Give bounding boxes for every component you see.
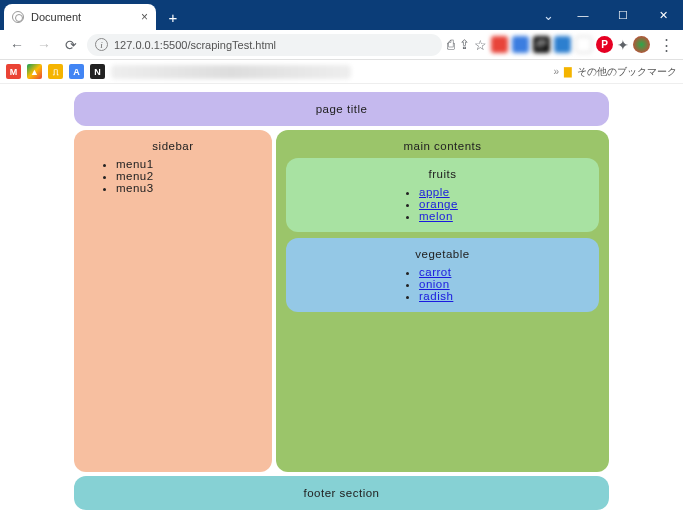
bookmark-icon[interactable]: ▲ xyxy=(27,64,42,79)
bookmark-icon[interactable]: M xyxy=(6,64,21,79)
profile-avatar[interactable] xyxy=(633,36,650,53)
new-tab-button[interactable]: + xyxy=(162,6,184,28)
page-title: page title xyxy=(74,92,609,126)
bookmarks-folder-label[interactable]: その他のブックマーク xyxy=(577,65,677,79)
back-button[interactable]: ← xyxy=(6,34,28,56)
bookmarks-bar: M ▲ ⎍ A N » ▇ その他のブックマーク xyxy=(0,60,683,84)
page-title-text: page title xyxy=(316,103,368,115)
extension-icon[interactable]: f? xyxy=(533,36,550,53)
puzzle-icon[interactable]: ✦ xyxy=(617,37,629,53)
link-apple[interactable]: apple xyxy=(419,186,450,198)
extensions-area: ⎙ ⇪ ☆ f? P ✦ xyxy=(447,36,650,53)
link-carrot[interactable]: carrot xyxy=(419,266,451,278)
main-heading: main contents xyxy=(286,140,599,152)
globe-icon xyxy=(12,11,24,23)
share-icon[interactable]: ⇪ xyxy=(459,37,470,52)
pinterest-icon[interactable]: P xyxy=(596,36,613,53)
extension-icon[interactable] xyxy=(512,36,529,53)
close-icon[interactable]: × xyxy=(141,10,148,24)
sidebar-menu: menu1 menu2 menu3 xyxy=(116,158,258,194)
main-contents: main contents fruits apple orange melon … xyxy=(276,130,609,472)
section-heading: vegetable xyxy=(296,248,589,260)
sidebar-item[interactable]: menu2 xyxy=(116,170,258,182)
link-onion[interactable]: onion xyxy=(419,278,450,290)
sidebar: sidebar menu1 menu2 menu3 xyxy=(74,130,272,472)
address-bar[interactable]: i 127.0.0.1:5500/scrapingTest.html xyxy=(87,34,442,56)
url-text: 127.0.0.1:5500/scrapingTest.html xyxy=(114,39,276,51)
link-orange[interactable]: orange xyxy=(419,198,458,210)
bookmark-icon[interactable]: N xyxy=(90,64,105,79)
list-item: onion xyxy=(419,278,589,290)
window-titlebar: Document × + ⌄ — ☐ ✕ xyxy=(0,0,683,30)
footer-text: footer section xyxy=(303,487,379,499)
overflow-icon[interactable]: » xyxy=(553,66,559,77)
forward-button[interactable]: → xyxy=(33,34,55,56)
list-item: radish xyxy=(419,290,589,302)
sidebar-heading: sidebar xyxy=(88,140,258,152)
section-heading: fruits xyxy=(296,168,589,180)
list-item: orange xyxy=(419,198,589,210)
browser-tab[interactable]: Document × xyxy=(4,4,156,30)
list-item: melon xyxy=(419,210,589,222)
page-viewport: page title sidebar menu1 menu2 menu3 mai… xyxy=(0,84,683,528)
link-melon[interactable]: melon xyxy=(419,210,453,222)
list-item: carrot xyxy=(419,266,589,278)
chevron-down-icon[interactable]: ⌄ xyxy=(533,0,563,30)
extension-icon[interactable] xyxy=(554,36,571,53)
menu-button[interactable]: ⋮ xyxy=(655,36,677,54)
list-item: apple xyxy=(419,186,589,198)
bookmark-icon[interactable]: ⎍ xyxy=(48,64,63,79)
link-radish[interactable]: radish xyxy=(419,290,453,302)
bookmark-star-icon[interactable]: ☆ xyxy=(474,37,487,53)
maximize-button[interactable]: ☐ xyxy=(603,0,643,30)
section-fruits: fruits apple orange melon xyxy=(286,158,599,232)
extension-icon[interactable] xyxy=(491,36,508,53)
window-controls: ⌄ — ☐ ✕ xyxy=(533,0,683,30)
extension-icon[interactable] xyxy=(575,36,592,53)
section-vegetable: vegetable carrot onion radish xyxy=(286,238,599,312)
sidebar-item[interactable]: menu1 xyxy=(116,158,258,170)
bookmark-items-blurred xyxy=(111,65,351,79)
tab-title: Document xyxy=(31,11,81,23)
close-window-button[interactable]: ✕ xyxy=(643,0,683,30)
sidebar-item[interactable]: menu3 xyxy=(116,182,258,194)
footer-section: footer section xyxy=(74,476,609,510)
translate-icon[interactable]: ⎙ xyxy=(447,37,455,52)
reload-button[interactable]: ⟳ xyxy=(60,34,82,56)
bookmark-icon[interactable]: A xyxy=(69,64,84,79)
minimize-button[interactable]: — xyxy=(563,0,603,30)
browser-toolbar: ← → ⟳ i 127.0.0.1:5500/scrapingTest.html… xyxy=(0,30,683,60)
folder-icon: ▇ xyxy=(564,66,572,77)
site-info-icon[interactable]: i xyxy=(95,38,108,51)
